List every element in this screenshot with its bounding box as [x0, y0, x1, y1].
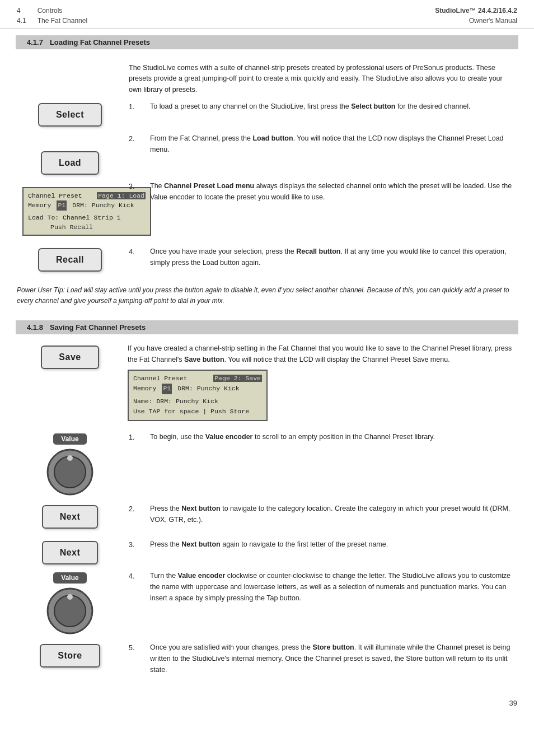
svg-point-4	[54, 595, 86, 627]
manual-label: Owner's Manual	[469, 16, 517, 26]
save-step-4-row: Value 4. Turn the Value encoder clockwis…	[17, 570, 517, 636]
store-button-col: Store	[17, 642, 123, 683]
knob-svg-2	[45, 586, 95, 636]
save-intro-row: Save If you have created a channel-strip…	[17, 343, 517, 425]
svg-point-2	[67, 455, 73, 461]
section-num: 4.1	[17, 16, 26, 26]
save-step-1-row: Value 1. To begin, use the Value encoder…	[17, 431, 517, 497]
steps-1-2: Select Load 1. To load a preset to any c…	[17, 101, 517, 175]
step-3-row: Channel Preset Page 1: Load Memory P1 DR…	[17, 180, 517, 240]
step-3-text: 3. The Channel Preset Load menu always d…	[123, 180, 517, 240]
save-button[interactable]: Save	[41, 346, 99, 369]
chapter-titles: Controls The Fat Channel	[38, 6, 87, 26]
step-2: 2. From the Fat Channel, press the Load …	[129, 133, 517, 155]
value-label-2: Value	[53, 572, 86, 584]
step-1: 1. To load a preset to any channel on th…	[129, 101, 517, 113]
load-button[interactable]: Load	[41, 151, 99, 175]
save-step-4-text: 4. Turn the Value encoder clockwise or c…	[123, 570, 517, 636]
steps-1-2-text: 1. To load a preset to any channel on th…	[123, 101, 517, 175]
value-knob-2: Value	[45, 572, 95, 636]
save-button-col: Save	[17, 343, 123, 425]
chapter-info: 4 4.1	[17, 6, 26, 26]
svg-point-1	[54, 456, 86, 488]
value-label-1: Value	[53, 433, 86, 445]
save-step-5-text: 5. Once you are satisfied with your chan…	[123, 642, 517, 683]
store-button[interactable]: Store	[40, 644, 100, 668]
lcd-save-display: Channel Preset Page 2: Save Memory P1 DR…	[128, 370, 268, 421]
page-number: 39	[0, 694, 534, 710]
knob-svg-1	[45, 447, 95, 497]
value-knob-1-col: Value	[17, 431, 123, 497]
save-step-2-text: 2. Press the Next button to navigate to …	[123, 503, 517, 533]
power-tip-417: Power User Tip: Load will stay active un…	[17, 282, 517, 310]
value-knob-2-col: Value	[17, 570, 123, 636]
section-418-number: 4.1.8	[27, 323, 43, 332]
chapter-num: 4	[17, 6, 26, 16]
section-418-title: Saving Fat Channel Presets	[50, 323, 146, 332]
page-header: 4 4.1 Controls The Fat Channel StudioLiv…	[0, 0, 534, 29]
lcd-load: Channel Preset Page 1: Load Memory P1 DR…	[17, 180, 123, 240]
chapter-title: Controls	[38, 6, 87, 16]
save-step-3-text: 3. Press the Next button again to naviga…	[123, 539, 517, 564]
save-step-2-row: Next 2. Press the Next button to navigat…	[17, 503, 517, 533]
section-417-content: The StudioLive comes with a suite of cha…	[0, 53, 534, 316]
next-button-2-col: Next	[17, 539, 123, 564]
section-417-intro: The StudioLive comes with a suite of cha…	[17, 58, 517, 101]
save-intro-text: If you have created a channel-strip sett…	[123, 343, 517, 425]
next-button-2[interactable]: Next	[42, 541, 99, 564]
next-button-1[interactable]: Next	[42, 505, 99, 529]
next-button-1-col: Next	[17, 503, 123, 533]
section-title: The Fat Channel	[38, 16, 87, 26]
save-step-3-row: Next 3. Press the Next button again to n…	[17, 539, 517, 564]
section-417-title: Loading Fat Channel Presets	[50, 38, 150, 46]
header-left: 4 4.1 Controls The Fat Channel	[17, 6, 87, 26]
section-417-number: 4.1.7	[27, 38, 43, 46]
select-button[interactable]: Select	[38, 103, 102, 127]
svg-point-5	[67, 594, 73, 600]
section-418-header: 4.1.8 Saving Fat Channel Presets	[16, 320, 518, 334]
header-right: StudioLive™ 24.4.2/16.4.2 Owner's Manual	[435, 6, 517, 26]
step-4-row: Recall 4. Once you have made your select…	[17, 246, 517, 276]
recall-button[interactable]: Recall	[38, 248, 102, 272]
brand-name: StudioLive™ 24.4.2/16.4.2	[435, 6, 517, 16]
section-417-header: 4.1.7 Loading Fat Channel Presets	[16, 35, 518, 49]
recall-button-col: Recall	[17, 246, 123, 276]
step-4-text: 4. Once you have made your selection, pr…	[123, 246, 517, 276]
value-knob-1: Value	[45, 433, 95, 497]
save-step-1-text: 1. To begin, use the Value encoder to sc…	[123, 431, 517, 497]
section-418-content: Save If you have created a channel-strip…	[0, 338, 534, 694]
save-step-5-row: Store 5. Once you are satisfied with you…	[17, 642, 517, 683]
buttons-select-load: Select Load	[17, 101, 123, 175]
